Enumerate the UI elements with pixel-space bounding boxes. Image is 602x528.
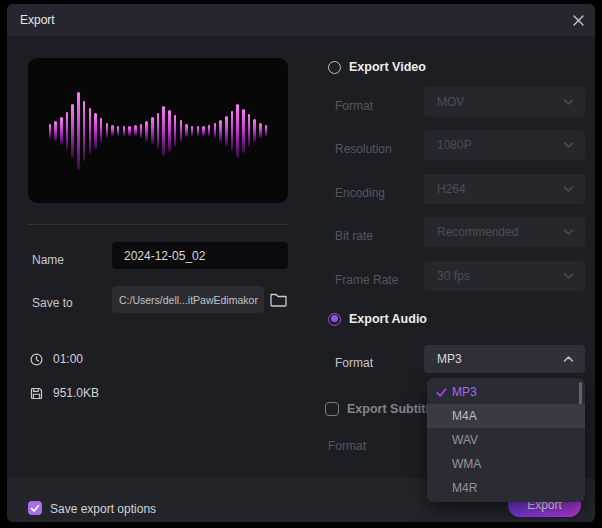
bitrate-label: Bit rate	[335, 229, 373, 243]
name-label: Name	[32, 253, 64, 267]
video-format-value: MOV	[437, 95, 464, 109]
waveform-bar	[214, 123, 217, 138]
waveform-bar	[231, 111, 234, 151]
waveform-bar	[77, 92, 80, 170]
waveform-bar	[89, 108, 92, 154]
size-row: 951.0KB	[30, 386, 99, 400]
radio-unselected-icon	[328, 61, 341, 74]
dropdown-option-wma[interactable]: WMA	[427, 452, 585, 476]
dropdown-option-label: WAV	[452, 433, 478, 447]
waveform-bar	[83, 101, 86, 161]
radio-selected-icon	[328, 313, 341, 326]
audio-format-label: Format	[335, 356, 373, 370]
chevron-up-icon	[563, 355, 574, 363]
encoding-value: H264	[437, 182, 466, 196]
waveform-bar	[225, 116, 228, 146]
clock-icon	[30, 353, 43, 366]
save-export-options-label: Save export options	[50, 502, 156, 516]
waveform-bar	[208, 125, 211, 136]
waveform-bar	[54, 121, 57, 141]
dropdown-option-label: WMA	[452, 457, 481, 471]
waveform-bar	[236, 104, 239, 158]
dropdown-option-label: MP3	[452, 385, 477, 399]
encoding-label: Encoding	[335, 186, 385, 200]
chevron-down-icon	[563, 228, 574, 236]
folder-icon	[269, 291, 288, 308]
video-format-select: MOV	[424, 87, 585, 117]
waveform-bar	[111, 125, 114, 136]
dropdown-option-label: M4R	[452, 481, 477, 495]
waveform-bar	[117, 126, 120, 136]
audio-format-dropdown-list: MP3M4AWAVWMAM4R	[427, 378, 585, 502]
chevron-down-icon	[563, 98, 574, 106]
waveform-preview	[28, 58, 288, 203]
export-audio-radio-row[interactable]: Export Audio	[328, 312, 427, 326]
dialog-title: Export	[20, 13, 55, 27]
waveform-bar	[145, 121, 148, 141]
waveform-bar	[71, 104, 74, 158]
waveform-bar	[151, 117, 154, 144]
waveform-bar	[242, 109, 245, 153]
save-export-options-checkbox[interactable]	[28, 501, 42, 515]
dropdown-option-label: M4A	[452, 409, 477, 423]
dropdown-option-mp3[interactable]: MP3	[427, 380, 585, 404]
save-to-label: Save to	[32, 296, 73, 310]
close-icon	[572, 14, 585, 27]
waveform-bar	[106, 123, 109, 138]
duration-row: 01:00	[30, 352, 83, 366]
dropdown-option-m4a[interactable]: M4A	[427, 404, 585, 428]
waveform-bar	[265, 125, 268, 136]
audio-format-select[interactable]: MP3	[424, 345, 585, 373]
export-dialog: Export Name Save to C:/Users/dell...itPa…	[7, 4, 595, 522]
divider	[28, 224, 288, 225]
title-bar: Export	[7, 4, 595, 36]
duration-value: 01:00	[53, 352, 83, 366]
chevron-down-icon	[563, 141, 574, 149]
waveform-bar	[191, 126, 194, 136]
save-to-path[interactable]: C:/Users/dell...itPawEdimakor	[112, 286, 264, 313]
waveform-bar	[174, 115, 177, 147]
check-icon	[30, 504, 40, 513]
framerate-value: 30 fps	[437, 269, 470, 283]
waveform-bar	[49, 124, 52, 138]
waveform-bar	[128, 126, 131, 136]
waveform-bar	[100, 118, 103, 143]
check-icon	[435, 386, 448, 399]
resolution-label: Resolution	[335, 142, 392, 156]
export-audio-label: Export Audio	[349, 312, 427, 326]
waveform-bar	[185, 124, 188, 137]
name-input[interactable]	[112, 242, 288, 269]
framerate-select: 30 fps	[424, 261, 585, 291]
bitrate-value: Recommended	[437, 225, 518, 239]
dropdown-option-m4r[interactable]: M4R	[427, 476, 585, 500]
chevron-down-icon	[563, 272, 574, 280]
waveform-bar	[219, 120, 222, 142]
browse-folder-button[interactable]	[269, 291, 289, 309]
close-button[interactable]	[569, 11, 587, 29]
disk-icon	[30, 387, 43, 400]
waveform-bar	[157, 113, 160, 149]
bitrate-select: Recommended	[424, 217, 585, 247]
waveform-bar	[60, 117, 63, 145]
dropdown-option-wav[interactable]: WAV	[427, 428, 585, 452]
waveform-bar	[180, 120, 183, 142]
waveform-bar	[253, 119, 256, 142]
export-video-radio-row[interactable]: Export Video	[328, 60, 426, 74]
encoding-select: H264	[424, 174, 585, 204]
waveform-bar	[94, 113, 97, 149]
video-format-label: Format	[335, 99, 373, 113]
waveform-bar	[134, 125, 137, 136]
waveform-bar	[202, 126, 205, 136]
resolution-select: 1080P	[424, 130, 585, 160]
waveform-bar	[197, 126, 200, 136]
waveform-bar	[248, 114, 251, 147]
audio-format-value: MP3	[437, 352, 462, 366]
chevron-down-icon	[563, 185, 574, 193]
waveform-bar	[66, 112, 69, 150]
waveform-bar	[123, 126, 126, 136]
framerate-label: Frame Rate	[335, 273, 398, 287]
waveform-bar	[162, 106, 165, 156]
waveform-bar	[168, 110, 171, 152]
export-subtitles-checkbox[interactable]	[325, 402, 339, 416]
resolution-value: 1080P	[437, 138, 472, 152]
